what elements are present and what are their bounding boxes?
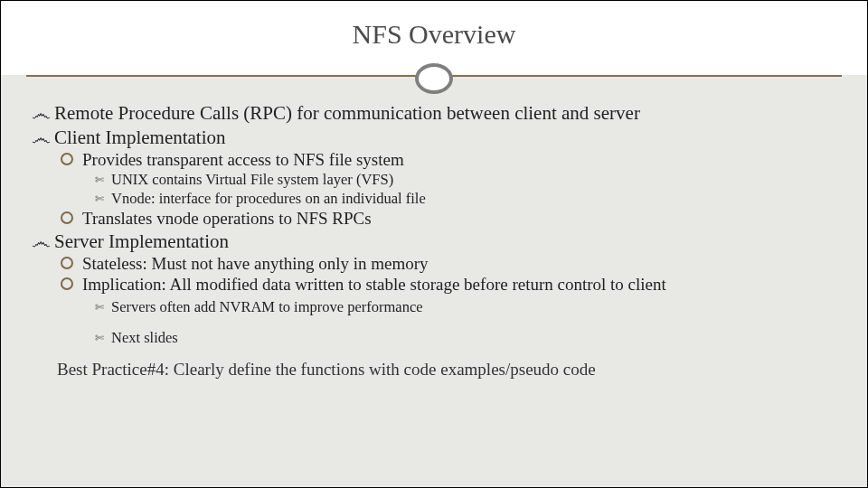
bullet-text: UNIX contains Virtual File system layer …	[111, 171, 393, 188]
bullet-l1: ෴Remote Procedure Calls (RPC) for commun…	[32, 101, 847, 125]
bullet-l1: ෴Client Implementation	[32, 126, 847, 149]
circle-icon	[61, 211, 73, 224]
swirl-icon: ෴	[32, 230, 51, 253]
circle-icon	[61, 257, 73, 269]
leaf-icon: ✄	[95, 192, 104, 205]
bullet-l2: Translates vnode operations to NFS RPCs	[61, 209, 847, 229]
bullet-l2: Implication: All modified data written t…	[61, 275, 847, 295]
bullet-text: Servers often add NVRAM to improve perfo…	[111, 298, 423, 315]
bullet-text: Server Implementation	[54, 230, 229, 252]
bullet-text: Provides transparent access to NFS file …	[82, 150, 404, 169]
circle-icon	[61, 153, 73, 165]
bullet-l3: ✄UNIX contains Virtual File system layer…	[95, 171, 847, 189]
bullet-text: Next slides	[111, 329, 178, 346]
ring-icon	[415, 63, 453, 94]
bullet-l3: ✄Servers often add NVRAM to improve perf…	[95, 298, 847, 316]
bullet-text: Translates vnode operations to NFS RPCs	[82, 209, 372, 228]
swirl-icon: ෴	[32, 127, 51, 149]
bullet-text: Client Implementation	[54, 127, 226, 148]
slide-title: NFS Overview	[1, 1, 867, 50]
bullet-l3: ✄Next slides	[95, 329, 847, 347]
swirl-icon: ෴	[32, 102, 51, 125]
bullet-text: Implication: All modified data written t…	[82, 275, 666, 294]
bullet-text: Vnode: interface for procedures on an in…	[111, 190, 426, 207]
leaf-icon: ✄	[95, 174, 104, 186]
slide-body: ෴Remote Procedure Calls (RPC) for commun…	[21, 100, 847, 380]
best-practice-text: Best Practice#4: Clearly define the func…	[57, 360, 847, 380]
leaf-icon: ✄	[95, 301, 104, 314]
bullet-text: Remote Procedure Calls (RPC) for communi…	[54, 102, 640, 124]
bullet-l2: Provides transparent access to NFS file …	[61, 150, 847, 170]
bullet-l1: ෴Server Implementation	[32, 230, 847, 253]
slide: NFS Overview ෴Remote Procedure Calls (RP…	[0, 0, 868, 488]
leaf-icon: ✄	[95, 332, 104, 344]
circle-icon	[61, 277, 73, 290]
bullet-l2: Stateless: Must not have anything only i…	[61, 254, 847, 274]
bullet-l3: ✄Vnode: interface for procedures on an i…	[95, 190, 847, 208]
bullet-text: Stateless: Must not have anything only i…	[82, 254, 429, 273]
